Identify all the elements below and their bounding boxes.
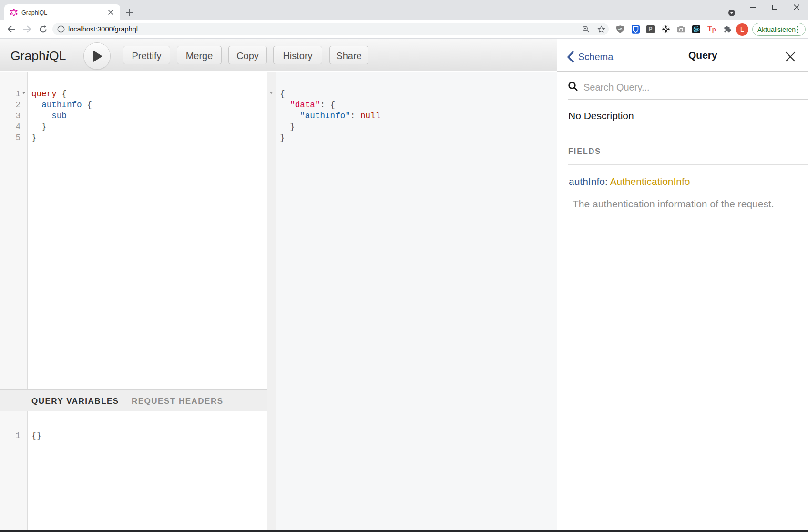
svg-text:uO: uO (618, 28, 623, 31)
